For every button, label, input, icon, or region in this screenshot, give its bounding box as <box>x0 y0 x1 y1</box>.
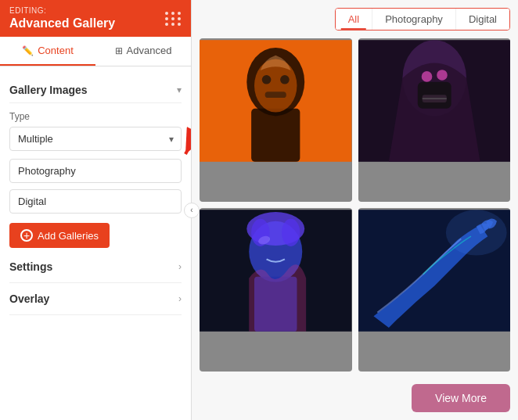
tab-advanced[interactable]: ⊞ Advanced <box>95 37 191 66</box>
settings-label: Settings <box>9 260 52 273</box>
type-label: Type <box>9 111 182 122</box>
sidebar-title-block: EDITING: Advanced Gallery <box>9 6 115 31</box>
svg-point-12 <box>437 70 448 81</box>
filter-tab-photography[interactable]: Photography <box>372 9 456 30</box>
type-select-wrapper: Multiple Single ▾ <box>9 127 182 151</box>
filter-tab-digital[interactable]: Digital <box>456 9 509 30</box>
svg-point-5 <box>262 75 272 84</box>
sidebar: EDITING: Advanced Gallery ✏️ Content ⊞ A… <box>0 0 192 420</box>
sidebar-content: Gallery Images ▾ Type Multiple Single ▾ <box>0 66 191 420</box>
chevron-down-icon: ▾ <box>177 84 182 95</box>
gallery-grid <box>200 38 510 372</box>
type-dropdown[interactable]: Multiple Single ▾ <box>9 127 182 151</box>
tab-content[interactable]: ✏️ Content <box>0 37 95 66</box>
svg-point-4 <box>254 59 297 113</box>
overlay-section[interactable]: Overlay › <box>9 283 182 315</box>
gallery-images-section-header[interactable]: Gallery Images ▾ <box>9 77 182 103</box>
digital-field[interactable] <box>9 189 182 214</box>
svg-point-25 <box>445 210 506 255</box>
pencil-icon: ✏️ <box>22 45 34 56</box>
add-galleries-button[interactable]: + Add Galleries <box>9 223 110 248</box>
sidebar-header: EDITING: Advanced Gallery <box>0 0 191 37</box>
dots-menu-icon[interactable] <box>165 12 182 26</box>
photography-field[interactable] <box>9 159 182 183</box>
filter-tab-all[interactable]: All <box>336 9 372 30</box>
svg-point-6 <box>280 75 290 84</box>
gallery-item[interactable] <box>200 38 352 202</box>
gallery-item[interactable] <box>358 38 511 202</box>
sidebar-title: Advanced Gallery <box>9 16 115 31</box>
main-content: ‹ All Photography Digital <box>192 0 518 420</box>
svg-point-11 <box>421 71 432 82</box>
grid-icon: ⊞ <box>115 45 123 56</box>
chevron-right-icon: › <box>178 261 182 272</box>
svg-point-20 <box>282 219 300 246</box>
editing-label: EDITING: <box>9 6 115 16</box>
type-select[interactable]: Multiple Single <box>9 127 182 151</box>
gallery-item[interactable] <box>358 208 511 372</box>
svg-rect-7 <box>265 92 286 98</box>
settings-section[interactable]: Settings › <box>9 251 182 283</box>
svg-rect-3 <box>251 109 300 162</box>
collapse-handle[interactable]: ‹ <box>184 203 200 218</box>
filter-bar: All Photography Digital <box>335 8 510 31</box>
gallery-item[interactable] <box>200 208 352 372</box>
gallery-images-section: Gallery Images ▾ Type Multiple Single ▾ <box>9 77 182 248</box>
plus-circle-icon: + <box>20 229 33 242</box>
view-more-button[interactable]: View More <box>412 384 510 412</box>
sidebar-tabs: ✏️ Content ⊞ Advanced <box>0 37 191 66</box>
gallery-images-title: Gallery Images <box>9 84 88 96</box>
view-more-container: View More <box>200 378 510 412</box>
chevron-right-icon: › <box>178 293 182 304</box>
overlay-label: Overlay <box>9 293 49 305</box>
